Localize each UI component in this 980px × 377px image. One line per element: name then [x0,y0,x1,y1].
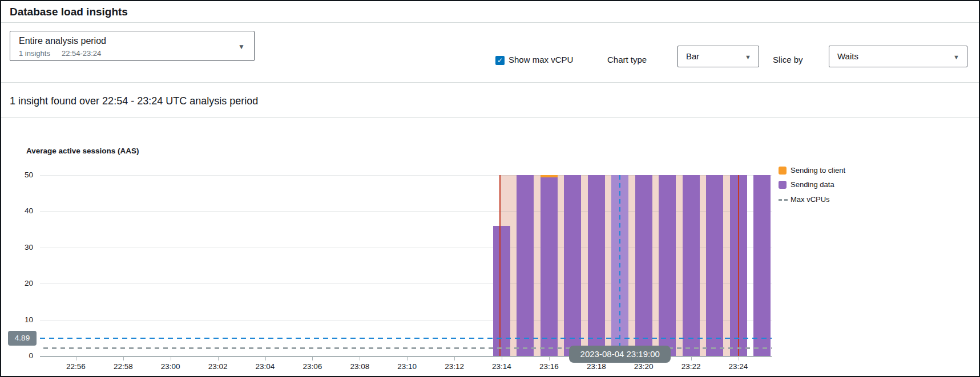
bar-sending-data[interactable] [517,175,534,356]
x-axis-tick [265,357,266,360]
y-axis-label: 30 [8,243,33,252]
y-axis-label: 10 [8,315,33,324]
x-axis-label: 23:18 [578,362,615,371]
x-axis-label: 23:00 [152,362,189,371]
y-axis-label: 0 [8,351,33,360]
insight-boundary-line [738,175,739,356]
bar-sending-data[interactable] [753,175,771,356]
x-axis-label: 23:10 [389,362,425,371]
x-axis-tick [123,357,124,360]
x-axis-label: 23:02 [200,362,236,371]
x-axis-tick [549,357,550,360]
x-axis-label: 23:20 [626,362,662,371]
bar-sending-data[interactable] [541,177,558,356]
x-axis-label: 23:04 [247,362,284,371]
bar-sending-to-client[interactable] [541,175,558,177]
y-axis-label: 40 [8,206,33,215]
selected-time-line [619,175,620,356]
bar-sending-data[interactable] [588,175,605,356]
x-axis-label: 23:22 [673,362,709,371]
x-axis-tick [171,357,171,360]
legend-item-sending-data: Sending data [779,180,876,190]
x-axis-tick [76,357,76,360]
x-axis-tick [739,357,739,360]
bar-sending-data[interactable] [493,226,510,356]
x-axis-label: 23:06 [294,362,330,371]
x-axis-label: 23:24 [720,362,757,371]
sending-to-client-swatch [779,167,787,175]
selected-time-tooltip: 2023-08-04 23:19:00 [569,346,671,363]
x-axis-tick [502,357,502,360]
x-axis-label: 23:12 [436,362,473,371]
x-axis-tick [360,357,360,360]
x-axis-label: 23:08 [341,362,378,371]
y-axis-label: 20 [8,279,33,287]
y-axis-label: 50 [8,171,33,179]
legend-item-sending-to-client: Sending to client [779,166,876,176]
x-axis-tick [218,357,219,360]
sending-data-swatch [779,181,787,189]
x-axis-tick [454,357,455,360]
legend-item-max-vcpus: Max vCPUs [779,195,876,205]
insight-boundary-line [499,175,501,356]
x-axis-tick [691,357,692,360]
x-axis-tick [312,357,313,360]
aas-reference-line [40,338,772,339]
aas-value-badge: 4.89 [8,331,37,346]
x-axis-label: 23:14 [483,362,520,371]
x-axis-label: 23:16 [531,362,567,371]
bar-sending-data[interactable] [683,175,700,356]
bar-sending-data[interactable] [659,175,676,356]
bar-sending-data[interactable] [706,175,723,356]
database-load-insights-panel: Database load insights Entire analysis p… [0,0,980,377]
bar-sending-data[interactable] [635,175,652,356]
x-axis-label: 22:56 [58,362,94,371]
x-axis-label: 22:58 [105,362,142,371]
bar-sending-data[interactable] [564,175,581,356]
max-vcpus-dash-icon [779,199,789,201]
x-axis-tick [407,357,408,360]
